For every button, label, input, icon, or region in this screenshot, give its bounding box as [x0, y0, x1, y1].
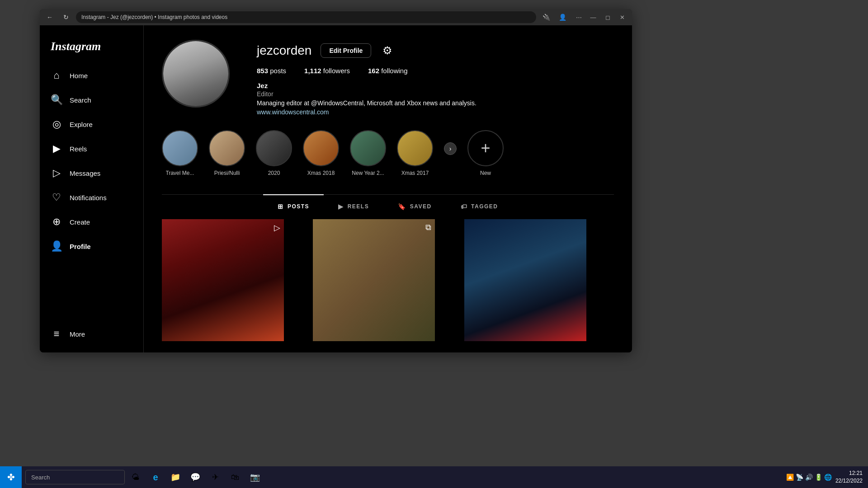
highlight-xmas2018-label: Xmas 2018 [307, 170, 335, 176]
search-nav-label: Search [70, 96, 91, 104]
nav-items: ⌂Home🔍Search◎Explore▶Reels▷Messages♡Noti… [45, 64, 138, 259]
taskbar-weather[interactable]: 🌤 [127, 468, 145, 486]
messages-nav-icon: ▷ [51, 167, 62, 179]
reels-nav-label: Reels [70, 145, 87, 153]
taskbar-instagram[interactable]: 📷 [246, 468, 264, 486]
followers-count: 1,112 [304, 67, 321, 75]
more-options-button[interactable]: ⋯ [572, 11, 585, 23]
profile-avatar[interactable] [162, 40, 230, 108]
nav-item-home[interactable]: ⌂Home [45, 64, 138, 87]
taskbar-right: 🔼 📡 🔊 🔋 🌐 12:21 22/12/2022 [781, 469, 868, 485]
taskbar-store[interactable]: 🛍 [226, 468, 244, 486]
create-nav-label: Create [70, 218, 90, 226]
nav-item-search[interactable]: 🔍Search [45, 89, 138, 111]
notifications-nav-icon: ♡ [51, 192, 62, 203]
highlights-row: Travel Me...Priesi/Nulli2020Xmas 2018New… [162, 130, 614, 180]
start-button[interactable]: ✤ [0, 466, 22, 488]
date-display: 22/12/2022 [835, 477, 863, 485]
profile-bio: Managing editor at @WindowsCentral, Micr… [257, 99, 614, 107]
create-nav-icon: ⊕ [51, 216, 62, 228]
highlight-travel[interactable]: Travel Me... [162, 130, 198, 176]
highlights-next-button[interactable]: › [444, 142, 457, 155]
profile-info: jezcorden Edit Profile ⚙ 853 posts 1,112… [257, 40, 614, 116]
more-label: More [70, 330, 85, 338]
followers-label: followers [323, 67, 350, 75]
highlight-xmas2018[interactable]: Xmas 2018 [303, 130, 339, 176]
close-button[interactable]: ✕ [616, 11, 628, 23]
home-nav-icon: ⌂ [51, 70, 62, 81]
taskbar-whatsapp[interactable]: 💬 [186, 468, 204, 486]
posts-grid: ▷⧉ [162, 219, 614, 341]
browser-content: Instagram ⌂Home🔍Search◎Explore▶Reels▷Mes… [40, 25, 632, 352]
tab-saved-label: SAVED [410, 203, 432, 210]
followers-stat[interactable]: 1,112 followers [304, 67, 350, 75]
following-count: 162 [368, 67, 379, 75]
highlight-newyear[interactable]: New Year 2... [350, 130, 386, 176]
more-menu-item[interactable]: ≡ More [45, 323, 138, 345]
more-icon: ≡ [51, 328, 62, 340]
taskbar-files[interactable]: 📁 [166, 468, 184, 486]
highlight-xmas2018-circle [303, 130, 339, 166]
nav-item-notifications[interactable]: ♡Notifications [45, 186, 138, 209]
posts-count: 853 [257, 67, 268, 75]
tab-tagged-icon: 🏷 [461, 203, 468, 210]
highlight-xmas2017[interactable]: Xmas 2017 [397, 130, 433, 176]
highlight-2020-circle [256, 130, 292, 166]
post-post3[interactable] [464, 219, 586, 341]
home-nav-label: Home [70, 72, 88, 80]
nav-item-profile[interactable]: 👤Profile [45, 235, 138, 258]
time-display: 12:21 [835, 469, 863, 477]
profile-nav-label: Profile [70, 243, 91, 250]
highlight-newyear-label: New Year 2... [352, 170, 384, 176]
tab-saved[interactable]: 🔖SAVED [383, 195, 446, 217]
tab-reels-label: REELS [348, 203, 369, 210]
explore-nav-label: Explore [70, 121, 93, 128]
video-post-icon: ▷ [274, 223, 280, 233]
nav-item-reels[interactable]: ▶Reels [45, 137, 138, 160]
username-row: jezcorden Edit Profile ⚙ [257, 43, 614, 58]
highlight-priesi[interactable]: Priesi/Nulli [209, 130, 245, 176]
highlight-travel-circle [162, 130, 198, 166]
address-bar[interactable]: Instagram - Jez (@jezcorden) • Instagram… [76, 11, 536, 23]
highlight-newyear-circle [350, 130, 386, 166]
highlight-2020-label: 2020 [268, 170, 280, 176]
tab-tagged-label: TAGGED [471, 203, 498, 210]
post-post1[interactable]: ▷ [162, 219, 284, 341]
highlight-xmas2017-label: Xmas 2017 [401, 170, 429, 176]
search-nav-icon: 🔍 [51, 94, 62, 106]
notifications-nav-label: Notifications [70, 194, 107, 202]
window-controls: ⋯ ― ◻ ✕ [572, 11, 628, 23]
highlight-travel-label: Travel Me... [166, 170, 194, 176]
minimize-button[interactable]: ― [587, 11, 599, 23]
highlight-new-label: New [480, 170, 491, 176]
taskbar-telegram[interactable]: ✈ [206, 468, 224, 486]
profile-website[interactable]: www.windowscentral.com [257, 108, 614, 116]
highlight-2020[interactable]: 2020 [256, 130, 292, 176]
browser-titlebar: ← ↻ Instagram - Jez (@jezcorden) • Insta… [40, 9, 632, 25]
highlight-new[interactable]: +New [467, 130, 504, 176]
taskbar-edge[interactable]: e [146, 468, 165, 486]
post-post2[interactable]: ⧉ [313, 219, 435, 341]
nav-item-messages[interactable]: ▷Messages [45, 162, 138, 184]
following-stat[interactable]: 162 following [368, 67, 408, 75]
profile-title: Editor [257, 90, 614, 98]
taskbar-tray-icons: 🔼 📡 🔊 🔋 🌐 [786, 474, 832, 481]
tab-reels[interactable]: ▶REELS [324, 195, 383, 217]
extensions-button[interactable]: 🔌 [540, 11, 552, 23]
page-url: Instagram - Jez (@jezcorden) • Instagram… [81, 14, 227, 20]
posts-label: posts [270, 67, 286, 75]
refresh-button[interactable]: ↻ [60, 11, 72, 23]
tab-tagged[interactable]: 🏷TAGGED [446, 195, 513, 217]
maximize-button[interactable]: ◻ [601, 11, 614, 23]
posts-stat[interactable]: 853 posts [257, 67, 286, 75]
nav-item-explore[interactable]: ◎Explore [45, 113, 138, 136]
nav-item-create[interactable]: ⊕Create [45, 211, 138, 233]
settings-icon[interactable]: ⚙ [380, 43, 395, 58]
profile-button[interactable]: 👤 [556, 11, 569, 23]
taskbar-search[interactable]: Search [25, 470, 125, 484]
highlight-new-circle: + [467, 130, 504, 166]
edit-profile-button[interactable]: Edit Profile [321, 43, 371, 58]
ig-main: jezcorden Edit Profile ⚙ 853 posts 1,112… [144, 25, 632, 352]
tab-posts[interactable]: ⊞POSTS [263, 194, 324, 217]
back-button[interactable]: ← [43, 11, 56, 23]
